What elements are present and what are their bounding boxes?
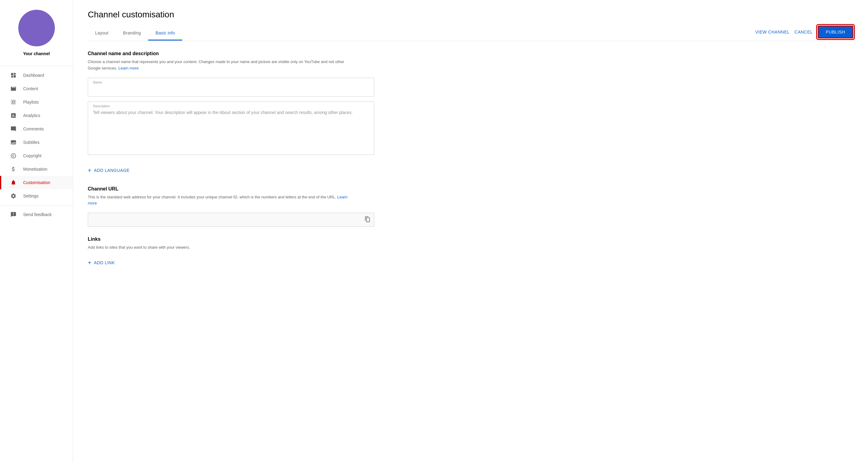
channel-url-section: Channel URL This is the standard web add…	[88, 186, 854, 227]
sidebar-item-copyright[interactable]: Copyright	[0, 149, 73, 162]
tabs-right: VIEW CHANNEL CANCEL PUBLISH	[755, 26, 854, 41]
sidebar-item-subtitles[interactable]: Subtitles	[0, 135, 73, 149]
links-section: Links Add links to sites that you want t…	[88, 237, 854, 269]
channel-url-desc-text: This is the standard web address for you…	[88, 195, 336, 199]
add-language-button[interactable]: + ADD LANGUAGE	[88, 164, 129, 177]
channel-name-section: Channel name and description Choose a ch…	[88, 51, 854, 155]
add-language-plus-icon: +	[88, 167, 91, 174]
links-section-title: Links	[88, 237, 854, 242]
cancel-button[interactable]: CANCEL	[795, 30, 813, 34]
sidebar-divider	[0, 66, 73, 66]
sidebar-item-monetisation[interactable]: Monetisation	[0, 162, 73, 176]
dashboard-icon	[8, 72, 18, 79]
sidebar-divider-2	[0, 205, 73, 206]
sidebar-item-dashboard-label: Dashboard	[23, 73, 44, 78]
sidebar-item-customisation-label: Customisation	[23, 180, 50, 185]
sidebar-item-subtitles-label: Subtitles	[23, 140, 40, 145]
publish-button[interactable]: PUBLISH	[818, 26, 854, 38]
sidebar-item-dashboard[interactable]: Dashboard	[0, 68, 73, 82]
sidebar-item-settings[interactable]: Settings	[0, 189, 73, 203]
sidebar-item-playlists[interactable]: Playlists	[0, 95, 73, 109]
customisation-icon	[8, 179, 18, 186]
sidebar: Your channel Dashboard Content	[0, 0, 73, 462]
sidebar-item-analytics[interactable]: Analytics	[0, 109, 73, 122]
channel-url-title: Channel URL	[88, 186, 854, 192]
tabs-row: Layout Branding Basic info VIEW CHANNEL …	[88, 26, 854, 41]
channel-name-section-title: Channel name and description	[88, 51, 854, 56]
main-content: Channel customisation Layout Branding Ba…	[73, 0, 868, 462]
add-link-label: ADD LINK	[94, 260, 115, 265]
sidebar-nav: Dashboard Content Playlists	[0, 68, 73, 221]
view-channel-button[interactable]: VIEW CHANNEL	[755, 30, 790, 34]
tab-branding[interactable]: Branding	[116, 26, 148, 40]
copyright-icon	[8, 152, 18, 159]
copy-icon	[365, 216, 371, 222]
sidebar-item-analytics-label: Analytics	[23, 113, 40, 118]
add-link-plus-icon: +	[88, 259, 91, 266]
sidebar-item-comments[interactable]: Comments	[0, 122, 73, 135]
sidebar-item-playlists-label: Playlists	[23, 100, 39, 104]
comments-icon	[8, 125, 18, 132]
send-feedback-icon	[8, 211, 18, 218]
tab-layout[interactable]: Layout	[88, 26, 116, 40]
sidebar-item-customisation[interactable]: Customisation	[0, 176, 73, 189]
sidebar-item-content-label: Content	[23, 86, 38, 91]
name-field-wrapper: Name	[88, 78, 374, 97]
page-title: Channel customisation	[88, 10, 174, 20]
add-link-button[interactable]: + ADD LINK	[88, 257, 115, 269]
tabs-left: Layout Branding Basic info	[88, 26, 182, 40]
copy-url-button[interactable]	[365, 216, 371, 223]
name-field-label: Name	[93, 81, 369, 84]
monetisation-icon	[8, 165, 18, 173]
url-input[interactable]	[88, 213, 374, 227]
playlists-icon	[8, 98, 18, 106]
channel-url-desc: This is the standard web address for you…	[88, 194, 356, 207]
name-input[interactable]	[93, 85, 369, 94]
analytics-icon	[8, 112, 18, 119]
description-placeholder-text: Tell viewers about your channel. Your de…	[93, 109, 369, 116]
channel-name-learn-more-link[interactable]: Learn more	[118, 66, 138, 70]
add-language-label: ADD LANGUAGE	[94, 168, 129, 173]
description-field-label: Description	[93, 104, 369, 108]
sidebar-item-comments-label: Comments	[23, 126, 44, 131]
app-container: Your channel Dashboard Content	[0, 0, 868, 462]
subtitles-icon	[8, 138, 18, 146]
links-section-desc: Add links to sites that you want to shar…	[88, 244, 356, 251]
sidebar-item-settings-label: Settings	[23, 193, 39, 198]
channel-name-label: Your channel	[23, 51, 50, 56]
sidebar-item-copyright-label: Copyright	[23, 153, 41, 158]
sidebar-item-send-feedback[interactable]: Send feedback	[0, 208, 73, 221]
tab-basic-info[interactable]: Basic info	[148, 26, 182, 40]
top-bar: Channel customisation	[88, 10, 854, 26]
description-field-wrapper: Description Tell viewers about your chan…	[88, 101, 374, 155]
sidebar-item-send-feedback-label: Send feedback	[23, 212, 52, 217]
sidebar-item-monetisation-label: Monetisation	[23, 167, 47, 172]
sidebar-item-content[interactable]: Content	[0, 82, 73, 95]
settings-icon	[8, 192, 18, 199]
content-icon	[8, 85, 18, 92]
channel-avatar[interactable]	[18, 10, 55, 46]
channel-name-section-desc: Choose a channel name that represents yo…	[88, 59, 356, 72]
url-field-wrapper	[88, 213, 374, 227]
